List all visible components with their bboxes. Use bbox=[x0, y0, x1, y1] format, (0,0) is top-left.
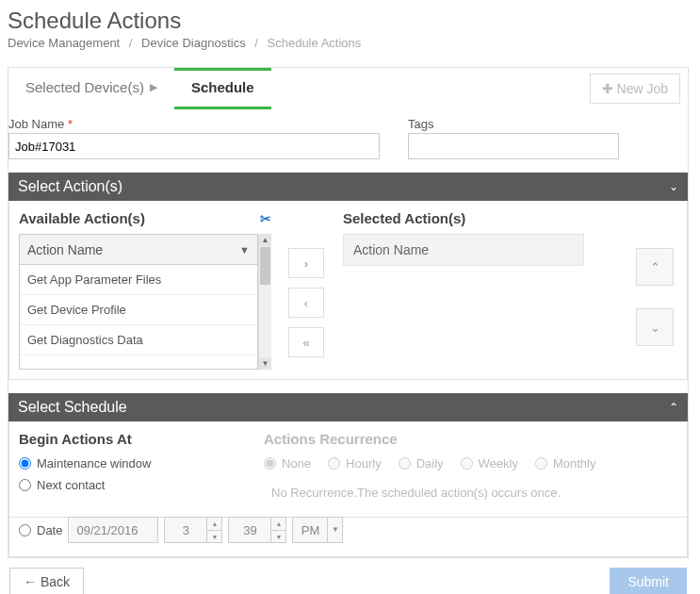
radio-input[interactable] bbox=[19, 524, 31, 536]
new-job-button[interactable]: ✚ New Job bbox=[590, 74, 680, 104]
job-name-label: Job Name * bbox=[8, 117, 380, 131]
radio-input bbox=[535, 457, 547, 470]
tab-bar: Selected Device(s) ▶ Schedule ✚ New Job bbox=[8, 67, 689, 109]
select-schedule-header[interactable]: Select Schedule ⌃ bbox=[8, 393, 688, 421]
back-button[interactable]: ← Back bbox=[9, 568, 84, 594]
chevron-down-icon: ⌄ bbox=[650, 321, 660, 335]
radio-input[interactable] bbox=[19, 479, 31, 491]
chevron-left-icon: ‹ bbox=[304, 296, 308, 310]
date-input[interactable]: 09/21/2016 bbox=[68, 517, 158, 543]
tags-input[interactable] bbox=[408, 133, 619, 159]
selected-actions-title: Selected Action(s) bbox=[343, 210, 465, 226]
radio-label: Maintenance window bbox=[37, 456, 151, 470]
move-up-button[interactable]: ⌃ bbox=[636, 248, 674, 286]
hour-value: 3 bbox=[165, 523, 206, 537]
radio-label: Weekly bbox=[479, 456, 518, 470]
tags-label: Tags bbox=[408, 117, 619, 131]
select-actions-header[interactable]: Select Action(s) ⌄ bbox=[8, 173, 688, 201]
move-right-button[interactable]: › bbox=[288, 248, 324, 278]
chevron-up-icon: ⌃ bbox=[669, 401, 678, 414]
breadcrumb-separator: / bbox=[129, 36, 133, 50]
ampm-value: PM bbox=[293, 523, 327, 537]
radio-label: Next contact bbox=[37, 478, 105, 492]
breadcrumb-item-current: Schedule Actions bbox=[268, 36, 362, 50]
radio-label: Monthly bbox=[553, 456, 596, 470]
column-header-text: Action Name bbox=[27, 242, 103, 257]
section-title: Select Schedule bbox=[18, 399, 127, 416]
recurrence-title: Actions Recurrence bbox=[264, 431, 677, 447]
minute-stepper[interactable]: 39 ▲▼ bbox=[228, 517, 286, 543]
available-actions-title: Available Action(s) bbox=[19, 210, 145, 226]
label-text: Job Name bbox=[8, 117, 64, 131]
chevron-up-icon: ⌃ bbox=[650, 260, 660, 274]
radio-recurrence-monthly: Monthly bbox=[535, 456, 596, 470]
breadcrumb-item[interactable]: Device Diagnostics bbox=[141, 36, 246, 50]
chevron-right-icon: › bbox=[304, 256, 308, 271]
available-actions-grid: Action Name ▼ Get App Parameter Files Ge… bbox=[19, 234, 258, 370]
spin-down-icon[interactable]: ▼ bbox=[271, 531, 285, 543]
selected-grid-header: Action Name bbox=[343, 234, 584, 266]
new-job-label: New Job bbox=[617, 81, 668, 96]
radio-recurrence-daily: Daily bbox=[399, 456, 444, 470]
radio-date[interactable]: Date bbox=[19, 523, 62, 537]
ampm-select[interactable]: PM ▼ bbox=[292, 517, 343, 543]
scrollbar[interactable]: ▲ ▼ bbox=[258, 234, 271, 370]
radio-input bbox=[328, 457, 340, 470]
available-action-row[interactable]: Get Diagnostics Data bbox=[20, 325, 257, 355]
move-all-left-button[interactable]: « bbox=[288, 327, 324, 357]
scroll-thumb[interactable] bbox=[260, 247, 270, 285]
minute-value: 39 bbox=[229, 523, 270, 537]
hour-stepper[interactable]: 3 ▲▼ bbox=[164, 517, 222, 543]
dropdown-icon[interactable]: ▼ bbox=[327, 518, 342, 542]
filter-toggle-icon[interactable]: ✂ bbox=[260, 211, 271, 226]
radio-input bbox=[264, 457, 276, 470]
submit-button[interactable]: Submit bbox=[610, 568, 687, 594]
chevron-down-icon: ⌄ bbox=[669, 180, 678, 193]
spin-up-icon[interactable]: ▲ bbox=[271, 518, 285, 531]
available-action-row[interactable]: Get Device Profile bbox=[20, 295, 257, 325]
available-action-row[interactable]: Get App Parameter Files bbox=[20, 265, 257, 295]
radio-input[interactable] bbox=[19, 457, 31, 470]
radio-next-contact[interactable]: Next contact bbox=[19, 478, 236, 492]
required-asterisk: * bbox=[68, 117, 73, 131]
filter-icon[interactable]: ▼ bbox=[239, 244, 250, 256]
back-label: Back bbox=[41, 574, 70, 589]
tab-label: Schedule bbox=[191, 79, 254, 95]
caret-right-icon: ▶ bbox=[150, 81, 157, 93]
scroll-down-icon[interactable]: ▼ bbox=[259, 357, 271, 370]
tab-schedule[interactable]: Schedule bbox=[174, 68, 271, 109]
section-title: Select Action(s) bbox=[18, 178, 122, 195]
recurrence-note: No Recurrence.The scheduled action(s) oc… bbox=[271, 486, 677, 500]
radio-recurrence-weekly: Weekly bbox=[461, 456, 518, 470]
scroll-up-icon[interactable]: ▲ bbox=[259, 234, 271, 246]
tab-label: Selected Device(s) bbox=[25, 79, 144, 95]
spin-up-icon[interactable]: ▲ bbox=[207, 518, 221, 531]
breadcrumb-separator: / bbox=[254, 36, 258, 50]
radio-recurrence-none: None bbox=[264, 456, 311, 470]
job-name-input[interactable] bbox=[8, 133, 380, 159]
radio-recurrence-hourly: Hourly bbox=[328, 456, 382, 470]
move-down-button[interactable]: ⌄ bbox=[636, 308, 674, 346]
grid-column-header[interactable]: Action Name ▼ bbox=[20, 235, 257, 265]
spin-down-icon[interactable]: ▼ bbox=[207, 531, 221, 543]
breadcrumb: Device Management / Device Diagnostics /… bbox=[8, 36, 689, 50]
plus-icon: ✚ bbox=[602, 81, 613, 96]
radio-input bbox=[461, 457, 473, 470]
arrow-left-icon: ← bbox=[24, 574, 37, 589]
tab-selected-devices[interactable]: Selected Device(s) ▶ bbox=[8, 68, 174, 109]
radio-label: Date bbox=[37, 523, 62, 537]
radio-input bbox=[399, 457, 411, 470]
breadcrumb-item[interactable]: Device Management bbox=[8, 36, 120, 50]
radio-label: Hourly bbox=[346, 456, 382, 470]
page-title: Schedule Actions bbox=[8, 8, 689, 34]
move-left-button[interactable]: ‹ bbox=[288, 288, 324, 318]
begin-actions-title: Begin Actions At bbox=[19, 431, 236, 447]
double-chevron-left-icon: « bbox=[302, 336, 309, 350]
radio-maintenance-window[interactable]: Maintenance window bbox=[19, 456, 236, 470]
radio-label: Daily bbox=[416, 456, 444, 470]
radio-label: None bbox=[282, 456, 311, 470]
